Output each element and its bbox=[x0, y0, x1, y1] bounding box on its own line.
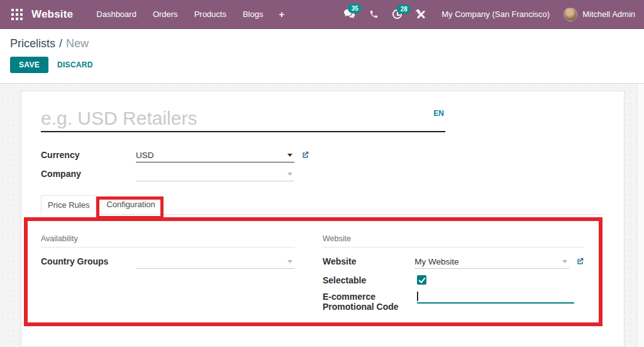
promo-code-label: E-commerce Promotional Code bbox=[323, 290, 417, 312]
chevron-down-icon bbox=[287, 154, 292, 157]
website-heading: Website bbox=[323, 234, 584, 247]
chevron-down-icon bbox=[287, 260, 292, 263]
website-select[interactable]: My Website bbox=[414, 255, 569, 269]
breadcrumb-separator: / bbox=[59, 37, 62, 50]
menu-blogs[interactable]: Blogs bbox=[235, 6, 272, 23]
menu-dashboard[interactable]: Dashboard bbox=[88, 6, 145, 23]
promo-code-field bbox=[417, 290, 574, 304]
save-button[interactable]: SAVE bbox=[10, 57, 48, 73]
chevron-down-icon bbox=[562, 260, 567, 263]
tools-icon bbox=[416, 9, 426, 20]
website-value: My Website bbox=[414, 257, 562, 266]
new-content-plus-icon[interactable]: + bbox=[271, 6, 292, 22]
breadcrumb-pricelists[interactable]: Pricelists bbox=[10, 37, 55, 50]
currency-row: Currency USD bbox=[41, 149, 604, 162]
main-menu: Dashboard Orders Products Blogs + bbox=[88, 6, 292, 23]
company-row: Company bbox=[41, 168, 604, 181]
menu-orders[interactable]: Orders bbox=[145, 6, 186, 23]
external-link-icon bbox=[301, 151, 309, 159]
country-groups-label: Country Groups bbox=[41, 255, 136, 266]
avatar bbox=[564, 8, 577, 21]
country-groups-row: Country Groups bbox=[41, 255, 295, 269]
activities-button[interactable]: 28 bbox=[386, 7, 409, 21]
tab-price-rules[interactable]: Price Rules bbox=[41, 195, 96, 215]
messages-button[interactable]: 35 bbox=[336, 6, 362, 22]
action-buttons: SAVE DISCARD bbox=[10, 57, 634, 73]
header-fields: Currency USD Company bbox=[41, 149, 604, 181]
phone-icon bbox=[369, 9, 379, 19]
chevron-down-icon bbox=[287, 173, 292, 176]
selectable-checkbox[interactable] bbox=[417, 275, 426, 285]
notebook-tabs: Price Rules Configuration bbox=[41, 195, 604, 215]
website-group: Website Website My Website Selectable bbox=[323, 234, 584, 317]
top-navbar: Website Dashboard Orders Products Blogs … bbox=[0, 0, 644, 29]
currency-value: USD bbox=[136, 151, 287, 160]
grid-icon bbox=[11, 9, 23, 20]
availability-heading: Availability bbox=[41, 234, 295, 247]
breadcrumb: Pricelists/New bbox=[10, 37, 634, 50]
calls-button[interactable] bbox=[362, 7, 386, 21]
currency-external-link-button[interactable] bbox=[301, 149, 309, 161]
pricelist-name-input[interactable] bbox=[41, 108, 393, 129]
discard-button[interactable]: DISCARD bbox=[57, 60, 93, 69]
apps-grid-icon[interactable] bbox=[9, 6, 25, 23]
website-external-link-button[interactable] bbox=[576, 255, 584, 268]
pricelist-form-sheet: EN Currency USD Company bbox=[21, 91, 625, 347]
company-switcher[interactable]: My Company (San Francisco) bbox=[433, 9, 560, 19]
language-button[interactable]: EN bbox=[433, 109, 444, 118]
menu-products[interactable]: Products bbox=[186, 6, 235, 23]
promo-code-row: E-commerce Promotional Code bbox=[323, 290, 584, 312]
company-select[interactable] bbox=[136, 168, 294, 181]
app-title[interactable]: Website bbox=[31, 8, 73, 21]
company-label: Company bbox=[41, 168, 136, 179]
messages-count-badge: 35 bbox=[348, 4, 362, 13]
user-menu[interactable]: Mitchell Admin bbox=[560, 8, 635, 21]
promo-code-input[interactable] bbox=[418, 291, 575, 302]
external-link-icon bbox=[576, 257, 584, 265]
selectable-label: Selectable bbox=[323, 274, 417, 285]
website-label: Website bbox=[323, 255, 414, 266]
scrollbar[interactable] bbox=[637, 84, 644, 347]
control-panel: Pricelists/New SAVE DISCARD bbox=[0, 29, 644, 84]
availability-group: Availability Country Groups bbox=[41, 234, 295, 317]
currency-label: Currency bbox=[41, 149, 136, 160]
navbar-right: 35 28 My Company (San Francisco) Mitchel… bbox=[336, 6, 635, 22]
currency-select[interactable]: USD bbox=[136, 149, 294, 162]
website-row: Website My Website bbox=[323, 255, 584, 269]
tab-configuration[interactable]: Configuration bbox=[96, 195, 165, 214]
selectable-row: Selectable bbox=[323, 274, 584, 285]
pricelist-title-field: EN bbox=[41, 108, 445, 132]
tools-button[interactable] bbox=[409, 7, 433, 22]
user-name: Mitchell Admin bbox=[582, 9, 635, 19]
breadcrumb-new: New bbox=[66, 37, 89, 50]
configuration-tab-content: Availability Country Groups Website Webs… bbox=[41, 215, 604, 317]
country-groups-select[interactable] bbox=[136, 255, 294, 269]
form-view-container: EN Currency USD Company bbox=[0, 84, 644, 347]
